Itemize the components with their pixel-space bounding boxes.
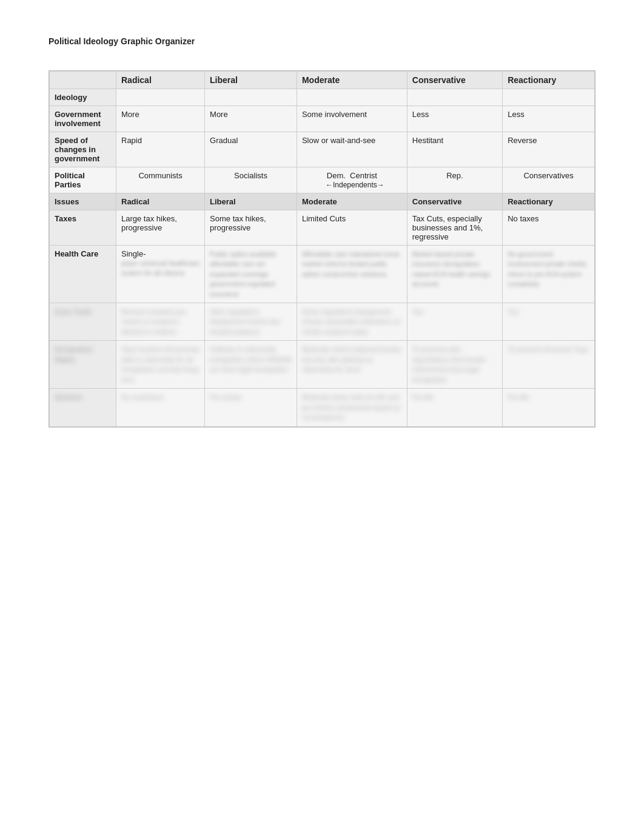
row-label-ideology: Ideology: [50, 89, 116, 106]
row-label-speed: Speed of changes in government: [50, 132, 116, 167]
table-row: Abortion No restrictions Pro-choice Mode…: [50, 389, 595, 427]
cell-taxes-radical: Large tax hikes, progressive: [116, 210, 205, 246]
cell-hc-liberal: Public option available affordable care …: [205, 246, 297, 303]
cell-blurred2-5: To preserve American Type: [503, 341, 595, 389]
cell-speed-moderate: Slow or wait-and-see: [297, 132, 407, 167]
cell-parties-reactionary: Conservatives: [503, 167, 595, 193]
row-label-government: Government involvement: [50, 106, 116, 132]
cell: [503, 89, 595, 106]
table-row: Taxes Large tax hikes, progressive Some …: [50, 210, 595, 246]
table-row: Ideology: [50, 89, 595, 106]
cell-blurred1-5: Yes: [503, 303, 595, 341]
header-col3: Moderate: [297, 72, 407, 89]
header-col1: Radical: [116, 72, 205, 89]
header-row: Radical Liberal Moderate Conservative Re…: [50, 72, 595, 89]
table-row: Immigration Rights Open borders full amn…: [50, 341, 595, 389]
cell-blurred2-3: Moderate reform balanced border security…: [297, 341, 407, 389]
row-label-blurred3: Abortion: [50, 389, 116, 427]
cell-blurred3-3: Moderate policy both pro-life and pro-ch…: [297, 389, 407, 427]
cell-parties-radical: Communists: [116, 167, 205, 193]
cell-parties-conservative: Rep.: [407, 167, 502, 193]
cell-blurred1-3: Some regulations background checks reaso…: [297, 303, 407, 341]
table-row: Speed of changes in government Rapid Gra…: [50, 132, 595, 167]
cell-taxes-moderate: Limited Cuts: [297, 210, 407, 246]
cell-issues-reactionary: Reactionary: [503, 193, 595, 210]
cell-speed-reactionary: Reverse: [503, 132, 595, 167]
cell-blurred3-1: No restrictions: [116, 389, 205, 427]
row-label-taxes: Taxes: [50, 210, 116, 246]
row-label-blurred2: Immigration Rights: [50, 341, 116, 389]
cell-taxes-conservative: Tax Cuts, especially businesses and 1%, …: [407, 210, 502, 246]
header-col0: [50, 72, 116, 89]
cell-issues-radical: Radical: [116, 193, 205, 210]
row-label-blurred1: Guns Trade: [50, 303, 116, 341]
row-label-parties: Political Parties: [50, 167, 116, 193]
cell-issues-liberal: Liberal: [205, 193, 297, 210]
main-table-wrapper: Radical Liberal Moderate Conservative Re…: [49, 70, 595, 428]
cell-gov-reactionary: Less: [503, 106, 595, 132]
cell-blurred1-1: Banned complete gun control no weapons a…: [116, 303, 205, 341]
row-label-healthcare: Health Care: [50, 246, 116, 303]
cell-blurred1-2: Strict regulations background checks ban…: [205, 303, 297, 341]
cell-parties-moderate: Dem. Centrist←Independents→: [297, 167, 407, 193]
header-col2: Liberal: [205, 72, 297, 89]
header-col5: Reactionary: [503, 72, 595, 89]
cell-issues-conservative: Conservative: [407, 193, 502, 210]
table-row: Health Care Single-payer universal healt…: [50, 246, 595, 303]
cell-taxes-liberal: Some tax hikes, progressive: [205, 210, 297, 246]
cell-blurred2-2: Pathway to citizenship immigration refor…: [205, 341, 297, 389]
page-title: Political Ideology Graphic Organizer: [49, 36, 595, 46]
cell-blurred3-4: Pro-life: [407, 389, 502, 427]
cell-blurred3-2: Pro-choice: [205, 389, 297, 427]
cell-gov-moderate: Some involvement: [297, 106, 407, 132]
cell: [205, 89, 297, 106]
cell-hc-moderate: Affordable care maintained some market r…: [297, 246, 407, 303]
cell-parties-liberal: Socialists: [205, 167, 297, 193]
cell-hc-reactionary: No government involvement private charit…: [503, 246, 595, 303]
cell-blurred2-1: Open borders full amnesty path to citize…: [116, 341, 205, 389]
cell-gov-liberal: More: [205, 106, 297, 132]
cell-hc-conservative: Market based private insurance deregulat…: [407, 246, 502, 303]
issues-header-row: Issues Radical Liberal Moderate Conserva…: [50, 193, 595, 210]
cell-speed-liberal: Gradual: [205, 132, 297, 167]
cell-gov-conservative: Less: [407, 106, 502, 132]
cell-blurred2-4: To preserve jobs deportations strict bor…: [407, 341, 502, 389]
cell-speed-conservative: Hestitant: [407, 132, 502, 167]
table-row: Guns Trade Banned complete gun control n…: [50, 303, 595, 341]
cell-blurred3-5: Pro-life: [503, 389, 595, 427]
cell: [297, 89, 407, 106]
cell: [407, 89, 502, 106]
cell-gov-radical: More: [116, 106, 205, 132]
row-label-issues: Issues: [50, 193, 116, 210]
ideology-table: Radical Liberal Moderate Conservative Re…: [49, 71, 595, 427]
table-row: Political Parties Communists Socialists …: [50, 167, 595, 193]
cell-hc-radical: Single-payer universal healthcare system…: [116, 246, 205, 303]
table-row: Government involvement More More Some in…: [50, 106, 595, 132]
cell-taxes-reactionary: No taxes: [503, 210, 595, 246]
cell: [116, 89, 205, 106]
cell-speed-radical: Rapid: [116, 132, 205, 167]
cell-blurred1-4: Yes: [407, 303, 502, 341]
header-col4: Conservative: [407, 72, 502, 89]
cell-issues-moderate: Moderate: [297, 193, 407, 210]
